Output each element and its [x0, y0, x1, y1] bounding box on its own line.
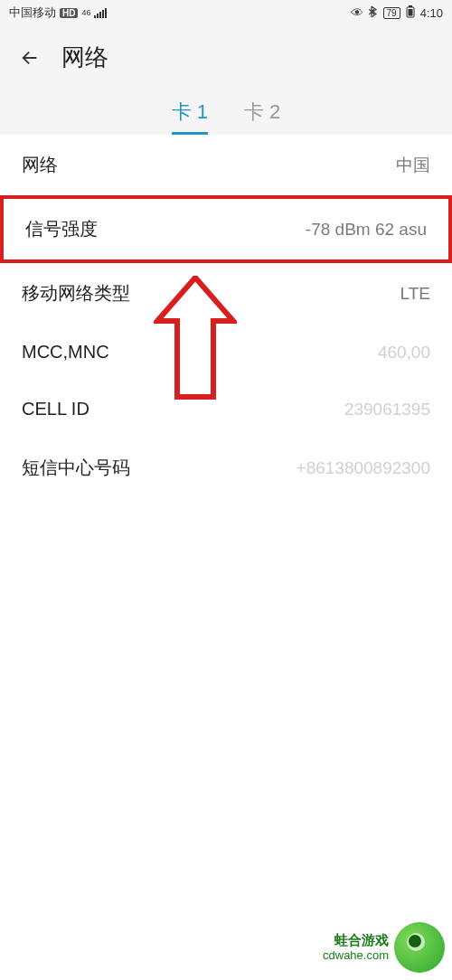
- hd-badge: HD: [60, 8, 78, 18]
- row-network[interactable]: 网络 中国: [0, 135, 452, 195]
- row-signal-strength[interactable]: 信号强度 -78 dBm 62 asu: [0, 195, 452, 263]
- row-network-type[interactable]: 移动网络类型 LTE: [0, 263, 452, 324]
- value-cellid: 239061395: [344, 400, 430, 419]
- tab-card-1[interactable]: 卡 1: [172, 99, 208, 135]
- arrow-left-icon: [20, 48, 40, 68]
- status-bar: 中国移动 HD 46 👁 79 4:10: [0, 0, 452, 25]
- bluetooth-icon: [369, 5, 378, 21]
- eye-comfort-icon: 👁: [351, 5, 363, 20]
- value-network: 中国: [396, 154, 430, 177]
- label-cellid: CELL ID: [22, 399, 89, 419]
- page-title: 网络: [61, 42, 108, 73]
- frog-logo-icon: [394, 922, 445, 973]
- watermark-text: 蛙合游戏 cdwahe.com: [323, 932, 389, 963]
- tab-card-2[interactable]: 卡 2: [244, 99, 280, 135]
- sim-tabs: 卡 1 卡 2: [0, 82, 452, 135]
- svg-rect-1: [409, 5, 412, 7]
- watermark-name: 蛙合游戏: [323, 932, 389, 948]
- label-smsc: 短信中心号码: [22, 456, 130, 480]
- status-left: 中国移动 HD 46: [9, 5, 107, 21]
- watermark-domain: cdwahe.com: [323, 948, 389, 963]
- carrier-text: 中国移动: [9, 5, 56, 21]
- value-signal: -78 dBm 62 asu: [306, 220, 427, 240]
- signal-icon: [94, 7, 107, 18]
- network-info-list: 网络 中国 信号强度 -78 dBm 62 asu 移动网络类型 LTE MCC…: [0, 135, 452, 498]
- status-right: 👁 79 4:10: [351, 5, 443, 21]
- battery-level: 79: [383, 7, 400, 19]
- page-header: 网络: [0, 25, 452, 82]
- clock-text: 4:10: [420, 6, 443, 20]
- row-sms-center[interactable]: 短信中心号码 +8613800892300: [0, 438, 452, 498]
- row-cell-id[interactable]: CELL ID 239061395: [0, 381, 452, 438]
- watermark: 蛙合游戏 cdwahe.com: [323, 922, 445, 973]
- value-nettype: LTE: [400, 284, 430, 304]
- battery-icon: [406, 5, 415, 21]
- network-indicator: 46: [81, 8, 90, 17]
- value-smsc: +8613800892300: [297, 458, 430, 478]
- label-network: 网络: [22, 153, 58, 177]
- value-mccmnc: 460,00: [378, 343, 430, 363]
- row-mcc-mnc[interactable]: MCC,MNC 460,00: [0, 324, 452, 381]
- label-signal: 信号强度: [25, 217, 98, 241]
- label-nettype: 移动网络类型: [22, 281, 130, 306]
- label-mccmnc: MCC,MNC: [22, 342, 109, 363]
- back-button[interactable]: [18, 46, 42, 70]
- svg-rect-2: [408, 9, 412, 16]
